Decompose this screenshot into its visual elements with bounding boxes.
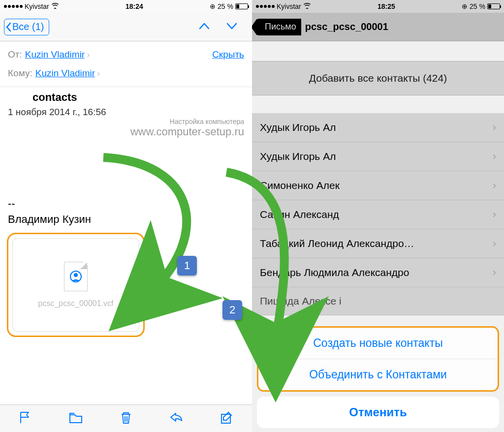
nav-title: pcsc_pcsc_00001	[305, 21, 388, 32]
carrier-label: Kyivstar	[277, 2, 301, 10]
contacts-import-screen: Kyivstar 18:25 ⊕ 25 % Письмо pcsc_pcsc_0…	[252, 0, 504, 432]
chevron-right-icon: ›	[493, 179, 496, 192]
contact-row[interactable]: Савин Александ›	[252, 200, 504, 229]
signature: Владимир Кузин	[8, 213, 244, 226]
hide-details-link[interactable]: Скрыть	[212, 49, 244, 60]
from-label: От:	[8, 49, 22, 60]
mail-headers: От: Kuzin Vladimir › Скрыть Кому: Kuzin …	[0, 41, 252, 87]
cancel-button[interactable]: Отменить	[257, 397, 499, 428]
mail-body: -- Владимир Кузин	[0, 138, 252, 226]
mail-screen: Kyivstar 18:24 ⊕ 25 % Все (1)	[0, 0, 252, 432]
battery-icon	[235, 3, 248, 9]
signal-dots-icon	[256, 5, 275, 8]
subject: contacts	[32, 91, 244, 104]
battery-percent: 25 %	[218, 2, 233, 10]
status-bar-left: Kyivstar 18:24 ⊕ 25 %	[0, 0, 252, 13]
attachment-highlight: pcsc_pcsc_00001.vcf	[7, 233, 145, 337]
contact-row-partial: Пищида Алексе і	[252, 287, 504, 315]
chevron-right-icon: ›	[87, 49, 90, 60]
attachment-filename: pcsc_pcsc_00001.vcf	[38, 299, 114, 308]
compose-button[interactable]	[220, 410, 234, 427]
to-link[interactable]: Kuzin Vladimir	[35, 68, 95, 79]
mail-date: 1 ноября 2014 г., 16:56	[8, 107, 244, 118]
contact-row[interactable]: Симоненко Алек›	[252, 171, 504, 200]
contact-row[interactable]: Табацкий Леонид Александро…›	[252, 229, 504, 258]
nav-bar-left: Все (1)	[0, 13, 252, 41]
battery-icon	[487, 3, 500, 9]
to-label: Кому:	[8, 68, 32, 79]
reply-button[interactable]	[169, 410, 184, 427]
watermark: Настройка компьютера www.computer-setup.…	[0, 118, 252, 138]
prev-message-button[interactable]	[198, 20, 211, 34]
merge-with-contacts-button[interactable]: Объединить с Контактами	[258, 359, 498, 390]
chevron-right-icon: ›	[493, 266, 496, 279]
carrier-label: Kyivstar	[25, 2, 49, 10]
status-bar-right: Kyivstar 18:25 ⊕ 25 %	[252, 0, 504, 13]
svg-rect-2	[221, 414, 230, 423]
chevron-right-icon: ›	[493, 208, 496, 221]
alarm-icon: ⊕	[462, 2, 468, 10]
contact-row[interactable]: Худык Игорь Ал›	[252, 113, 504, 142]
clock: 18:25	[378, 2, 395, 10]
create-new-contacts-button[interactable]: Создать новые контакты	[258, 328, 498, 359]
chevron-left-icon	[4, 19, 12, 35]
wifi-icon	[51, 2, 59, 10]
back-label: Все (1)	[12, 21, 44, 32]
contact-list: Худык Игорь Ал› Худык Игорь Ал› Симоненк…	[252, 113, 504, 287]
flag-button[interactable]	[18, 410, 32, 427]
chevron-right-icon: ›	[97, 68, 100, 79]
chevron-right-icon: ›	[493, 150, 496, 163]
chevron-right-icon: ›	[493, 121, 496, 134]
back-button[interactable]: Письмо	[256, 19, 301, 35]
move-button[interactable]	[68, 410, 83, 427]
contact-row[interactable]: Худык Игорь Ал›	[252, 142, 504, 171]
signal-dots-icon	[4, 5, 23, 8]
from-link[interactable]: Kuzin Vladimir	[25, 49, 85, 60]
alarm-icon: ⊕	[210, 2, 216, 10]
vcf-file-icon	[64, 262, 88, 291]
action-sheet: Создать новые контакты Объединить с Конт…	[257, 326, 499, 428]
add-all-contacts-button[interactable]: Добавить все контакты (424)	[252, 61, 504, 95]
subject-block: contacts 1 ноября 2014 г., 16:56	[0, 87, 252, 118]
svg-point-1	[74, 273, 78, 277]
clock: 18:24	[126, 2, 143, 10]
back-button[interactable]: Все (1)	[4, 19, 49, 35]
next-message-button[interactable]	[225, 20, 238, 34]
wifi-icon	[303, 2, 311, 10]
nav-bar-right: Письмо pcsc_pcsc_00001	[252, 13, 504, 41]
attachment[interactable]: pcsc_pcsc_00001.vcf	[12, 238, 139, 332]
battery-percent: 25 %	[470, 2, 485, 10]
chevron-right-icon: ›	[493, 237, 496, 250]
delete-button[interactable]	[119, 410, 133, 427]
action-sheet-highlight: Создать новые контакты Объединить с Конт…	[257, 326, 499, 392]
mail-toolbar	[0, 404, 252, 432]
contact-row[interactable]: Бендарь Людмила Александро›	[252, 258, 504, 287]
